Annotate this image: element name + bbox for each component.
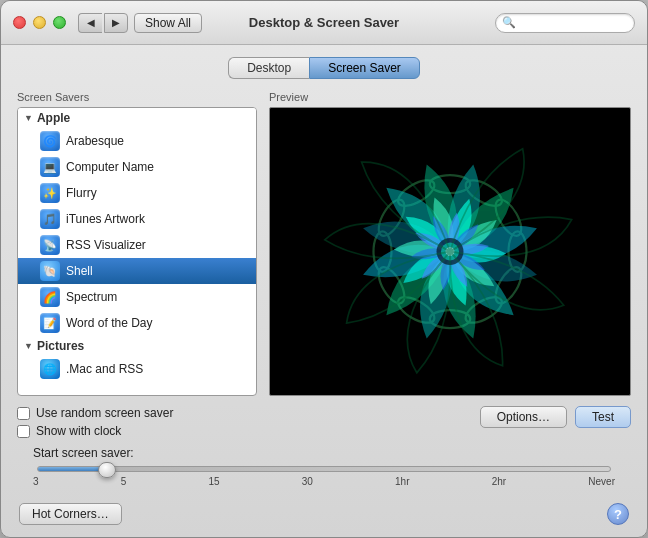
slider-fill xyxy=(38,467,107,471)
arabesque-label: Arabesque xyxy=(66,134,124,148)
bottom-controls: Use random screen saver Show with clock … xyxy=(17,406,631,525)
test-button[interactable]: Test xyxy=(575,406,631,428)
tick-never: Never xyxy=(588,476,615,487)
tick-3: 3 xyxy=(33,476,39,487)
clock-label: Show with clock xyxy=(36,424,121,438)
rss-visualizer-label: RSS Visualizer xyxy=(66,238,146,252)
list-item-rss-visualizer[interactable]: 📡 RSS Visualizer xyxy=(18,232,256,258)
options-test-row: Options… Test xyxy=(480,406,631,428)
show-all-button[interactable]: Show All xyxy=(134,13,202,33)
close-button[interactable] xyxy=(13,16,26,29)
disclosure-arrow-pictures: ▼ xyxy=(24,341,33,351)
tick-1hr: 1hr xyxy=(395,476,409,487)
window-title: Desktop & Screen Saver xyxy=(249,15,399,30)
group-pictures[interactable]: ▼ Pictures xyxy=(18,336,256,356)
list-item-shell[interactable]: 🐚 Shell xyxy=(18,258,256,284)
checkboxes: Use random screen saver Show with clock xyxy=(17,406,173,438)
tab-desktop[interactable]: Desktop xyxy=(228,57,309,79)
flurry-icon: ✨ xyxy=(40,183,60,203)
back-icon: ◀ xyxy=(87,17,95,28)
random-label: Use random screen saver xyxy=(36,406,173,420)
minimize-button[interactable] xyxy=(33,16,46,29)
shell-icon: 🐚 xyxy=(40,261,60,281)
computer-name-icon: 💻 xyxy=(40,157,60,177)
random-checkbox-row[interactable]: Use random screen saver xyxy=(17,406,173,420)
mac-and-rss-icon: 🌐 xyxy=(40,359,60,379)
computer-name-label: Computer Name xyxy=(66,160,154,174)
list-item-spectrum[interactable]: 🌈 Spectrum xyxy=(18,284,256,310)
help-button[interactable]: ? xyxy=(607,503,629,525)
preview-label: Preview xyxy=(269,91,631,103)
disclosure-arrow-apple: ▼ xyxy=(24,113,33,123)
main-window: ◀ ▶ Show All Desktop & Screen Saver 🔍 De… xyxy=(0,0,648,538)
footer-row: Hot Corners… ? xyxy=(17,503,631,525)
list-item-word-of-the-day[interactable]: 📝 Word of the Day xyxy=(18,310,256,336)
tab-bar: Desktop Screen Saver xyxy=(17,57,631,79)
group-pictures-label: Pictures xyxy=(37,339,84,353)
shell-label: Shell xyxy=(66,264,93,278)
tick-30: 30 xyxy=(302,476,313,487)
tick-15: 15 xyxy=(208,476,219,487)
list-item-mac-and-rss[interactable]: 🌐 .Mac and RSS xyxy=(18,356,256,382)
traffic-lights xyxy=(13,16,66,29)
right-panel: Preview xyxy=(269,91,631,396)
preview-box xyxy=(269,107,631,396)
itunes-artwork-label: iTunes Artwork xyxy=(66,212,145,226)
spectrum-label: Spectrum xyxy=(66,290,117,304)
content-area: Desktop Screen Saver Screen Savers ▼ App… xyxy=(1,45,647,537)
hot-corners-button[interactable]: Hot Corners… xyxy=(19,503,122,525)
word-of-the-day-icon: 📝 xyxy=(40,313,60,333)
mac-and-rss-label: .Mac and RSS xyxy=(66,362,143,376)
title-bar: ◀ ▶ Show All Desktop & Screen Saver 🔍 xyxy=(1,1,647,45)
search-icon: 🔍 xyxy=(502,16,516,29)
back-button[interactable]: ◀ xyxy=(78,13,102,33)
fractal-preview xyxy=(270,108,630,395)
nav-buttons: ◀ ▶ xyxy=(78,13,128,33)
tab-screen-saver[interactable]: Screen Saver xyxy=(309,57,420,79)
list-item-arabesque[interactable]: 🌀 Arabesque xyxy=(18,128,256,154)
slider-section: Start screen saver: 3 5 15 30 1hr 2hr Ne… xyxy=(17,446,631,487)
left-panel: Screen Savers ▼ Apple 🌀 Arabesque xyxy=(17,91,257,396)
screen-savers-label: Screen Savers xyxy=(17,91,257,103)
forward-icon: ▶ xyxy=(112,17,120,28)
list-item-itunes-artwork[interactable]: 🎵 iTunes Artwork xyxy=(18,206,256,232)
search-box: 🔍 xyxy=(495,13,635,33)
clock-checkbox-row[interactable]: Show with clock xyxy=(17,424,173,438)
tick-2hr: 2hr xyxy=(492,476,506,487)
word-of-the-day-label: Word of the Day xyxy=(66,316,152,330)
slider-label: Start screen saver: xyxy=(33,446,615,460)
maximize-button[interactable] xyxy=(53,16,66,29)
slider-track xyxy=(37,466,611,472)
slider-tick-labels: 3 5 15 30 1hr 2hr Never xyxy=(33,476,615,487)
spectrum-icon: 🌈 xyxy=(40,287,60,307)
group-apple-label: Apple xyxy=(37,111,70,125)
rss-visualizer-icon: 📡 xyxy=(40,235,60,255)
arabesque-icon: 🌀 xyxy=(40,131,60,151)
main-panel: Screen Savers ▼ Apple 🌀 Arabesque xyxy=(17,91,631,396)
clock-checkbox[interactable] xyxy=(17,425,30,438)
list-item-flurry[interactable]: ✨ Flurry xyxy=(18,180,256,206)
itunes-artwork-icon: 🎵 xyxy=(40,209,60,229)
options-button[interactable]: Options… xyxy=(480,406,567,428)
forward-button[interactable]: ▶ xyxy=(104,13,128,33)
screen-saver-list: ▼ Apple 🌀 Arabesque 💻 Computer Name xyxy=(17,107,257,396)
list-item-computer-name[interactable]: 💻 Computer Name xyxy=(18,154,256,180)
random-checkbox[interactable] xyxy=(17,407,30,420)
list-scroll[interactable]: ▼ Apple 🌀 Arabesque 💻 Computer Name xyxy=(18,108,256,395)
group-apple[interactable]: ▼ Apple xyxy=(18,108,256,128)
slider-thumb[interactable] xyxy=(98,462,116,478)
flurry-label: Flurry xyxy=(66,186,97,200)
slider-container xyxy=(37,466,611,472)
search-input[interactable] xyxy=(516,17,628,29)
tick-5: 5 xyxy=(121,476,127,487)
